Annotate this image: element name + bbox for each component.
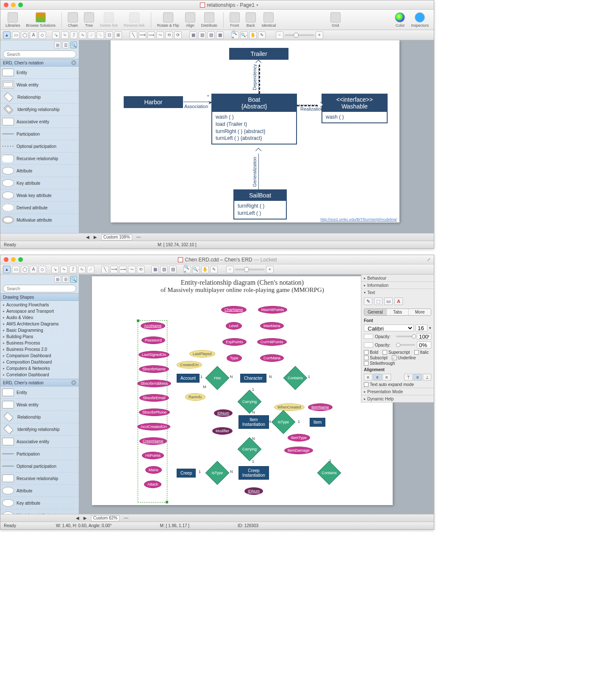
next-page-icon[interactable]: ▶: [94, 235, 97, 239]
shape-tool[interactable]: ◇: [39, 31, 46, 39]
grid-view-icon[interactable]: ⊞: [54, 276, 61, 283]
attr-createdon[interactable]: CreatedOn: [177, 361, 202, 369]
connector-tool-3[interactable]: ⤴: [69, 266, 77, 273]
text-auto-expand-checkbox[interactable]: [364, 382, 369, 387]
zoom-minus[interactable]: −: [276, 31, 283, 39]
text-tool[interactable]: A: [30, 266, 37, 273]
inspector-presentation[interactable]: Presentation Mode: [361, 388, 434, 395]
shape-recursive-relationship[interactable]: Recursive relationship: [0, 153, 79, 165]
toolbar-delete-link[interactable]: Delete link: [98, 12, 119, 28]
shape-identifying-relationship[interactable]: Identifying relationship: [0, 103, 79, 116]
toolbar-back[interactable]: Back: [244, 12, 258, 28]
eyedropper-tool[interactable]: ✎: [258, 31, 266, 39]
connector-tool-1[interactable]: ↘: [52, 31, 60, 39]
library-header[interactable]: ERD, Chen's notation ×: [0, 59, 79, 67]
zoom-in-tool[interactable]: 🔍+: [231, 31, 239, 39]
shape-participation[interactable]: Participation: [0, 128, 79, 140]
attr-lastsignedon[interactable]: LastSignedOn: [139, 351, 169, 358]
dropdown-icon[interactable]: ▾: [256, 3, 258, 7]
cat-audio-video[interactable]: Audio & Video: [0, 314, 79, 321]
align-center[interactable]: ≡: [373, 374, 382, 381]
attr-acctcreated[interactable]: AcctCreatedOn: [137, 423, 170, 431]
shape-optional-participation[interactable]: Optional participation: [0, 460, 79, 472]
zoom-icon[interactable]: [18, 3, 23, 7]
prev-page-icon[interactable]: ◀: [76, 516, 79, 520]
entity-item-inst[interactable]: Item Instantiation: [238, 415, 269, 429]
zoom-minus[interactable]: −: [226, 266, 234, 273]
cat-bp[interactable]: Business Process: [0, 340, 79, 346]
grid-view-icon[interactable]: ⊞: [54, 42, 61, 48]
page-thumb-icon[interactable]: ▫▫▫: [136, 235, 141, 239]
group-tool-1[interactable]: ▦: [189, 31, 197, 39]
zoom-slider[interactable]: [285, 34, 314, 36]
attr-idnum2[interactable]: IDNum: [244, 487, 263, 495]
tab-more[interactable]: More: [409, 309, 431, 315]
shape-key-attribute[interactable]: Key attribute: [0, 497, 79, 509]
ellipse-tool[interactable]: ◯: [21, 266, 28, 273]
attr-maxmana[interactable]: MaxMana: [260, 322, 284, 330]
attr-mana[interactable]: Mana: [145, 466, 162, 474]
line-tool-3[interactable]: ⟿: [147, 31, 155, 39]
prev-page-icon[interactable]: ◀: [86, 235, 89, 239]
connector-tool-2[interactable]: ⤷: [60, 266, 68, 273]
attr-attack[interactable]: Attack: [144, 481, 161, 488]
align-right[interactable]: ≡: [383, 374, 391, 381]
close-icon[interactable]: [4, 257, 8, 262]
text-color-swatch[interactable]: [364, 334, 373, 339]
cat-building[interactable]: Building Plans: [0, 333, 79, 340]
uml-class-sailboat[interactable]: SailBoat turnRight ( ) turnLeft ( ): [233, 189, 287, 219]
uml-interface-washable[interactable]: <<interface>> Washable wash ( ): [322, 94, 388, 123]
shape-multivalue-attribute[interactable]: Multivalue attribute: [0, 214, 79, 226]
search-input[interactable]: [3, 50, 76, 58]
stepper-icon[interactable]: ▾: [429, 326, 431, 330]
zoom-slider[interactable]: [235, 269, 265, 270]
shape-associative-entity[interactable]: Associative entity: [0, 436, 79, 448]
attr-charname[interactable]: CharName: [221, 306, 247, 314]
rect-tool[interactable]: ▭: [12, 266, 19, 273]
connector-tool-7[interactable]: ⊡: [105, 31, 113, 39]
shape-key-attribute[interactable]: Key attribute: [0, 177, 79, 189]
line-tool-4[interactable]: ⤳: [128, 266, 136, 273]
shape-weak-key-attribute[interactable]: Weak key attribute: [0, 509, 79, 514]
group-tool-2[interactable]: ▧: [160, 266, 168, 273]
toolbar-grid[interactable]: Grid: [329, 12, 342, 28]
shape-weak-key-attribute[interactable]: Weak key attribute: [0, 189, 79, 202]
hand-tool[interactable]: ✋: [249, 31, 257, 39]
attr-whencreated[interactable]: WhenCreated: [274, 403, 305, 411]
connector-tool-5[interactable]: ⟋: [88, 31, 95, 39]
toolbar-rotate-flip[interactable]: Rotate & Flip: [155, 12, 181, 28]
shape-derived-attribute[interactable]: Derived attribute: [0, 202, 79, 214]
line-tool-3[interactable]: ⟿: [119, 266, 127, 273]
titlebar[interactable]: Chen ERD.cdd – Chen's ERD — Locked ⤢: [0, 255, 434, 264]
text-style-icon-4[interactable]: A: [394, 297, 403, 305]
zoom-in-tool[interactable]: 🔍+: [183, 266, 191, 273]
toolbar-front[interactable]: Front: [228, 12, 241, 28]
close-library-icon[interactable]: ×: [71, 60, 76, 65]
inspector-dynamic-help[interactable]: Dynamic Help: [361, 395, 434, 402]
shape-weak-entity[interactable]: Weak entity: [0, 79, 79, 91]
opacity-value-2[interactable]: [417, 342, 431, 348]
shape-attribute[interactable]: Attribute: [0, 485, 79, 497]
minimize-icon[interactable]: [11, 257, 16, 262]
toolbar-browse-solutions[interactable]: Browse Solutions: [25, 12, 58, 28]
minimize-icon[interactable]: [11, 3, 16, 7]
toolbar-inspectors[interactable]: Inspectors: [409, 12, 430, 28]
canvas[interactable]: Entity-relationship diagram (Chen's nota…: [79, 275, 434, 514]
rel-contains[interactable]: Contains: [287, 369, 304, 386]
group-tool-3[interactable]: ▨: [207, 31, 215, 39]
zoom-icon[interactable]: [18, 257, 23, 262]
shape-optional-participation[interactable]: Optional participation: [0, 140, 79, 153]
uml-class-trailer[interactable]: Trailer: [229, 48, 288, 60]
close-icon[interactable]: [4, 3, 8, 7]
cat-aerospace[interactable]: Aerospace and Transport: [0, 308, 79, 314]
toolbar-libraries[interactable]: Libraries: [4, 12, 22, 28]
canvas[interactable]: Trailer Harbor Boat {Abstract} wash ( ) …: [79, 40, 434, 233]
attr-type[interactable]: Type: [227, 354, 242, 362]
connector-tool-3[interactable]: ⤴: [70, 31, 78, 39]
attr-itemtype[interactable]: ItemType: [288, 434, 310, 442]
entity-character[interactable]: Character: [240, 374, 266, 383]
pointer-tool[interactable]: ▲: [3, 31, 11, 39]
valign-top[interactable]: ⊤: [404, 374, 413, 381]
zoom-level[interactable]: Custom 108%: [101, 234, 132, 240]
tab-general[interactable]: General: [364, 309, 387, 315]
